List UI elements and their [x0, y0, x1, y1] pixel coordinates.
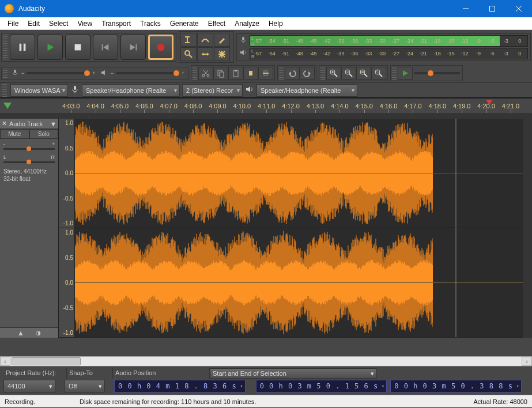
recording-device-select[interactable]: Speaker/Headphone (Realte [82, 84, 180, 97]
svg-rect-15 [185, 42, 190, 43]
timeshift-tool[interactable] [197, 47, 213, 61]
trim-button[interactable] [243, 67, 258, 80]
playhead-icon[interactable] [3, 103, 12, 109]
stop-button[interactable] [65, 35, 90, 60]
svg-line-54 [379, 74, 382, 77]
skip-start-button[interactable] [93, 35, 118, 60]
envelope-tool[interactable] [197, 33, 213, 47]
meter-toolbar: LR-57-54-51-48-45-42-39-36-33-30-27-24-2… [236, 33, 531, 61]
selection-end-field[interactable]: 0 0 h 0 3 m 5 0 . 3 8 8 s [390, 380, 522, 392]
window-title: Audacity [18, 5, 452, 13]
copy-button[interactable] [213, 67, 228, 80]
menu-generate[interactable]: Generate [165, 18, 203, 29]
pause-button[interactable] [10, 35, 35, 60]
undo-button[interactable] [285, 67, 300, 80]
svg-line-55 [376, 70, 379, 74]
svg-marker-9 [103, 44, 108, 50]
grip-icon[interactable] [320, 67, 325, 80]
skip-end-button[interactable] [120, 35, 146, 60]
mute-button[interactable]: Mute [0, 129, 29, 139]
maximize-button[interactable] [479, 0, 505, 17]
playback-device-select[interactable]: Speaker/Headphone (Realte [256, 84, 357, 97]
amplitude-scale: 1.00.50.0-0.5-1.0 1.00.50.0-0.5-1.0 [59, 119, 75, 338]
track-settings-icon[interactable]: ◑ [36, 330, 41, 336]
paste-button[interactable] [228, 67, 243, 80]
redo-button[interactable] [300, 67, 315, 80]
device-toolbar: Windows WASA Speaker/Headphone (Realte 2… [0, 82, 532, 97]
scroll-right-button[interactable]: › [522, 357, 532, 366]
menu-edit[interactable]: Edit [23, 18, 44, 29]
svg-marker-59 [246, 86, 250, 92]
gain-slider[interactable]: -+ [0, 139, 58, 152]
selection-toolbar: Project Rate (Hz): Snap-To Audio Positio… [0, 367, 532, 395]
track-collapse-button[interactable]: ▲ ◑ [0, 327, 58, 338]
close-button[interactable] [505, 0, 532, 17]
svg-rect-38 [249, 71, 252, 75]
horizontal-scrollbar[interactable]: ‹ › [0, 356, 532, 367]
zoom-out-button[interactable] [341, 67, 356, 80]
audio-host-select[interactable]: Windows WASA [10, 84, 68, 97]
svg-marker-27 [240, 50, 244, 55]
grip-icon[interactable] [392, 67, 397, 80]
undo-toolbar [277, 65, 316, 81]
status-disk: Disk space remaining for recording: 110 … [80, 398, 435, 405]
selection-start-field[interactable]: 0 0 h 0 3 m 5 0 . 1 5 6 s [256, 380, 387, 392]
play-button[interactable] [37, 35, 63, 60]
selection-tool[interactable] [180, 33, 197, 47]
grip-icon[interactable] [3, 69, 7, 78]
playback-meter[interactable]: LR-57-54-51-48-45-42-39-36-33-30-27-24-2… [250, 48, 528, 59]
multi-tool[interactable] [214, 47, 230, 61]
scroll-thumb[interactable] [12, 357, 81, 365]
project-rate-select[interactable]: 44100 [3, 380, 55, 392]
transport-toolbar [1, 33, 176, 62]
cut-button[interactable] [198, 67, 213, 80]
timeline-ruler[interactable]: 4:03.04:04.04:05.04:06.04:07.04:08.04:09… [0, 98, 532, 113]
playback-volume-slider[interactable]: − + [98, 69, 187, 78]
menu-effect[interactable]: Effect [203, 18, 230, 29]
recording-channels-select[interactable]: 2 (Stereo) Recor [182, 84, 243, 97]
grip-icon[interactable] [193, 67, 197, 80]
snap-to-select[interactable]: Off [65, 380, 105, 392]
play-at-speed-button[interactable] [398, 67, 413, 80]
track-menu-icon[interactable]: ▼ [50, 120, 56, 127]
close-track-icon[interactable]: ✕ [2, 120, 7, 127]
waveform-display[interactable] [75, 119, 523, 338]
audio-position-label: Audio Position [113, 368, 210, 379]
record-button[interactable] [148, 35, 173, 60]
menu-view[interactable]: View [73, 18, 97, 29]
track-header[interactable]: ✕ Audio Track ▼ [0, 119, 58, 129]
track-name: Audio Track [9, 120, 43, 127]
menu-select[interactable]: Select [44, 18, 73, 29]
grip-icon[interactable] [2, 84, 7, 97]
pan-slider[interactable]: LR [0, 152, 58, 165]
solo-button[interactable]: Solo [29, 129, 59, 139]
zoom-in-button[interactable] [326, 67, 341, 80]
menu-tracks[interactable]: Tracks [135, 18, 165, 29]
menu-transport[interactable]: Transport [97, 18, 135, 29]
fit-project-button[interactable] [371, 67, 386, 80]
audio-position-field[interactable]: 0 0 h 0 4 m 1 8 . 8 3 6 s [114, 380, 246, 392]
fit-selection-button[interactable] [356, 67, 371, 80]
menu-analyze[interactable]: Analyze [230, 18, 264, 29]
title-bar: Audacity [0, 0, 532, 17]
track-control-panel: ✕ Audio Track ▼ Mute Solo -+ LR Stereo, … [0, 119, 59, 338]
recording-meter[interactable]: LR-57-54-51-48-45-42-39-36-33-30-27-24-2… [250, 35, 528, 47]
menu-help[interactable]: Help [264, 18, 288, 29]
selection-mode-select[interactable]: Start and End of Selection [210, 368, 377, 379]
silence-button[interactable] [258, 67, 273, 80]
scroll-left-button[interactable]: ‹ [0, 357, 10, 366]
playback-speed-slider[interactable] [413, 72, 461, 74]
minimize-button[interactable] [452, 0, 479, 17]
menu-file[interactable]: File [3, 18, 23, 29]
status-bar: Recording. Disk space remaining for reco… [0, 395, 532, 407]
grip-icon[interactable] [279, 67, 284, 80]
edit-toolbar [191, 65, 275, 81]
zoom-tool[interactable] [180, 47, 197, 61]
recording-volume-slider[interactable]: − + [9, 69, 98, 78]
draw-tool[interactable] [214, 33, 230, 47]
menu-bar: File Edit Select View Transport Tracks G… [0, 17, 532, 30]
svg-rect-51 [361, 71, 364, 73]
svg-marker-56 [403, 70, 408, 76]
grip-icon[interactable] [3, 35, 7, 60]
empty-track-space[interactable] [0, 338, 532, 356]
